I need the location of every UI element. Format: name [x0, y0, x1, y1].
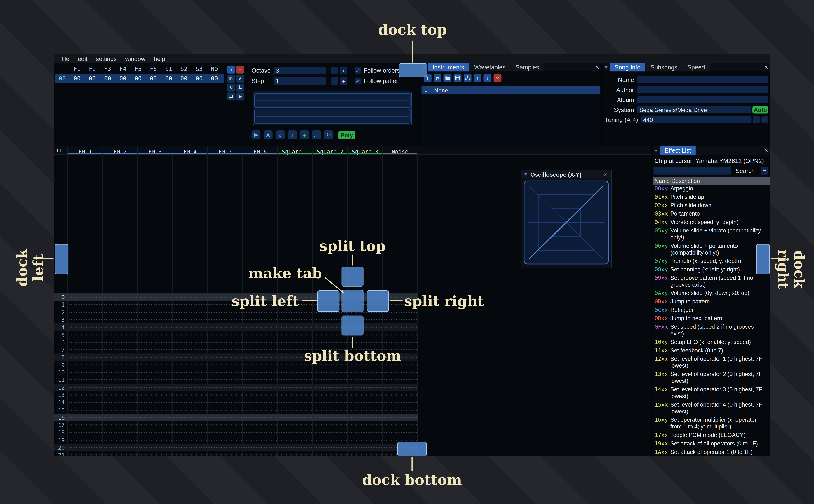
- step-decrease-button[interactable]: -: [331, 77, 338, 85]
- pattern-row[interactable]: [67, 406, 418, 414]
- channel-header-fm-1[interactable]: FM 1: [67, 146, 102, 154]
- order-cell[interactable]: 00: [69, 75, 85, 82]
- menu-item-help[interactable]: help: [149, 55, 169, 62]
- order-move-up-button[interactable]: ∧: [236, 75, 244, 83]
- song-album-input[interactable]: [637, 96, 768, 103]
- pattern-row[interactable]: [67, 444, 418, 451]
- pattern-row[interactable]: [67, 331, 418, 339]
- instrument-move-up-button[interactable]: ↑: [474, 74, 482, 82]
- pattern-row[interactable]: [67, 376, 418, 384]
- pattern-row[interactable]: [67, 369, 418, 376]
- split-left-target[interactable]: [317, 290, 339, 312]
- channel-header-fm-6[interactable]: FM 6: [242, 146, 277, 154]
- order-cell[interactable]: 00: [85, 75, 100, 82]
- channel-header-fm-3[interactable]: FM 3: [137, 146, 172, 154]
- channel-header-fm-4[interactable]: FM 4: [172, 146, 207, 154]
- channel-header-square-3[interactable]: Square 3: [347, 146, 382, 154]
- tab-wavetables[interactable]: Wavetables: [470, 63, 511, 72]
- order-add-button[interactable]: +: [227, 66, 235, 74]
- system-input[interactable]: Sega Genesis/Mega Drive: [637, 106, 751, 113]
- order-cell[interactable]: 00: [191, 75, 207, 82]
- effect-search-input[interactable]: [654, 167, 731, 175]
- order-deep-clone-button[interactable]: ⇊: [236, 84, 244, 92]
- play-pattern-button[interactable]: ◉: [263, 130, 273, 139]
- order-change-all-button[interactable]: ⇄: [227, 92, 235, 100]
- make-tab-target[interactable]: [341, 290, 364, 312]
- pattern-row[interactable]: [67, 451, 418, 456]
- instrument-save-button[interactable]: [454, 74, 462, 82]
- oscilloscope-title-bar[interactable]: ▼ Oscilloscope (X-Y) ×: [522, 170, 612, 178]
- order-remove-button[interactable]: −: [236, 66, 244, 74]
- instrument-open-button[interactable]: [444, 74, 452, 82]
- tuning-increase-button[interactable]: +: [761, 116, 768, 123]
- step-input[interactable]: 1: [273, 77, 326, 85]
- instrument-move-down-button[interactable]: ↓: [484, 74, 492, 82]
- pattern-row[interactable]: [67, 399, 418, 406]
- octave-decrease-button[interactable]: -: [331, 67, 338, 74]
- pattern-row[interactable]: [67, 316, 418, 323]
- play-button[interactable]: ▶: [251, 130, 260, 139]
- menu-item-edit[interactable]: edit: [74, 55, 92, 62]
- dock-bottom-target[interactable]: [397, 442, 427, 456]
- close-icon[interactable]: ×: [762, 146, 770, 155]
- song-author-input[interactable]: [637, 86, 768, 93]
- pattern-row[interactable]: [67, 339, 418, 346]
- hamburger-icon[interactable]: ≡: [761, 167, 768, 175]
- order-cell[interactable]: 00: [176, 75, 191, 82]
- order-cell[interactable]: 00: [115, 75, 130, 82]
- channel-header-square-2[interactable]: Square 2: [312, 146, 347, 154]
- expand-channels-button[interactable]: ++: [54, 146, 67, 154]
- order-cell[interactable]: 00: [161, 75, 176, 82]
- dock-left-target[interactable]: [55, 244, 68, 275]
- order-edit-mode-button[interactable]: ➤: [236, 92, 244, 100]
- step-row-button[interactable]: ↓: [288, 130, 297, 139]
- order-move-down-button[interactable]: ∨: [227, 84, 235, 92]
- order-cell[interactable]: 00: [207, 75, 222, 82]
- pattern-row[interactable]: [67, 323, 418, 331]
- order-duplicate-button[interactable]: ⧉: [227, 75, 235, 83]
- play-one-row-button[interactable]: »: [276, 130, 285, 139]
- song-name-input[interactable]: [637, 76, 768, 83]
- octave-increase-button[interactable]: +: [340, 67, 347, 74]
- orders-current-row[interactable]: 0000000000000000000000: [55, 74, 224, 83]
- pattern-row[interactable]: [67, 429, 418, 436]
- pattern-row[interactable]: [67, 391, 418, 399]
- order-cell[interactable]: 00: [130, 75, 146, 82]
- pattern-row[interactable]: [67, 436, 418, 444]
- octave-input[interactable]: 3: [273, 67, 326, 74]
- channel-header-fm-5[interactable]: FM 5: [207, 146, 242, 154]
- tab-speed[interactable]: Speed: [683, 63, 710, 72]
- dock-top-target[interactable]: [399, 63, 427, 77]
- close-icon[interactable]: ×: [762, 63, 770, 72]
- collapse-icon[interactable]: ▼: [524, 172, 528, 177]
- metronome-button[interactable]: ♩: [312, 130, 321, 139]
- dock-right-target[interactable]: [756, 244, 770, 275]
- channel-header-square-1[interactable]: Square 1: [277, 146, 312, 154]
- edit-toggle-button[interactable]: ●: [300, 130, 309, 139]
- repeat-pattern-button[interactable]: ↻: [324, 130, 333, 139]
- step-increase-button[interactable]: +: [340, 77, 347, 85]
- tuning-input[interactable]: 440: [641, 116, 751, 123]
- split-top-target[interactable]: [341, 267, 364, 286]
- tab-instruments[interactable]: Instruments: [428, 63, 469, 72]
- tab-effect-list[interactable]: Effect List: [660, 146, 696, 155]
- follow-pattern-checkbox[interactable]: ✓: [355, 78, 361, 84]
- follow-orders-checkbox[interactable]: ✓: [355, 67, 361, 74]
- channel-header-fm-2[interactable]: FM 2: [102, 146, 137, 154]
- poly-toggle-button[interactable]: Poly: [338, 131, 355, 139]
- split-right-target[interactable]: [367, 290, 389, 312]
- order-row-index[interactable]: 00: [55, 75, 69, 82]
- menu-item-window[interactable]: window: [121, 55, 149, 62]
- tab-subsongs[interactable]: Subsongs: [646, 63, 682, 72]
- pattern-row[interactable]: [67, 308, 418, 316]
- instrument-duplicate-button[interactable]: ⧉: [434, 74, 442, 82]
- order-cell[interactable]: 00: [100, 75, 115, 82]
- close-icon[interactable]: ×: [593, 63, 602, 72]
- pattern-row[interactable]: [67, 414, 418, 421]
- auto-system-button[interactable]: Auto: [752, 106, 768, 113]
- instrument-delete-button[interactable]: ×: [494, 74, 502, 82]
- order-cell[interactable]: 00: [146, 75, 161, 82]
- instrument-folder-view-button[interactable]: [464, 74, 472, 82]
- panel-menu-icon[interactable]: ▼: [653, 146, 660, 155]
- tab-samples[interactable]: Samples: [511, 63, 544, 72]
